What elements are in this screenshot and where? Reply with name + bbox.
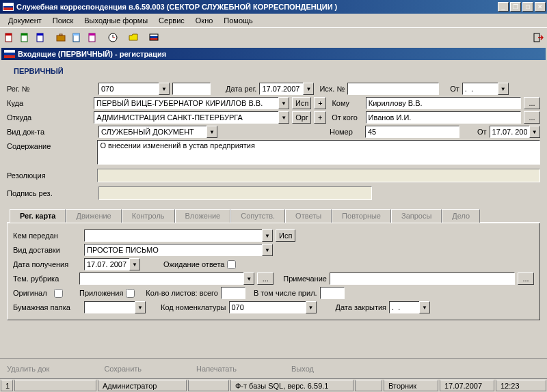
- tab-otvety[interactable]: Ответы: [285, 209, 332, 223]
- label-soderzhanie: Содержание: [7, 140, 69, 150]
- toolbar-doc2-icon[interactable]: [17, 30, 32, 45]
- chevron-down-icon[interactable]: ▼: [419, 301, 430, 313]
- data-zakrytiya-input[interactable]: [389, 301, 419, 313]
- chevron-down-icon[interactable]: ▼: [206, 126, 217, 138]
- reg-date-input[interactable]: [259, 83, 303, 95]
- ot2-date-input[interactable]: [490, 126, 529, 138]
- kolvo-input[interactable]: [221, 287, 245, 299]
- original-checkbox[interactable]: [54, 289, 63, 298]
- vtom-input[interactable]: [320, 287, 345, 299]
- maximize-button[interactable]: □: [522, 2, 533, 12]
- status-empty3: [355, 380, 382, 391]
- toolbar-flag-icon[interactable]: [146, 30, 161, 45]
- chevron-down-icon[interactable]: ▼: [529, 126, 540, 138]
- chevron-down-icon[interactable]: ▼: [306, 301, 317, 313]
- prilozheniya-checkbox[interactable]: [126, 289, 135, 298]
- komu-dots-button[interactable]: ...: [524, 97, 540, 109]
- org-button[interactable]: Орг: [292, 111, 311, 124]
- chevron-down-icon[interactable]: ▼: [159, 83, 170, 95]
- isp-button[interactable]: Исп: [292, 97, 311, 109]
- chevron-down-icon[interactable]: ▼: [135, 301, 146, 313]
- print-button[interactable]: Напечатать: [196, 365, 237, 373]
- delete-doc-button[interactable]: Удалить док: [7, 365, 49, 373]
- bum-papka-combo[interactable]: ▼: [84, 301, 146, 313]
- bum-papka-input[interactable]: [84, 301, 135, 313]
- chevron-down-icon[interactable]: ▼: [129, 258, 140, 270]
- ot-date-input[interactable]: [462, 83, 498, 95]
- ish-no-input[interactable]: [347, 83, 439, 95]
- nomer-input[interactable]: [365, 126, 459, 138]
- exit-button[interactable]: Выход: [291, 365, 314, 373]
- menu-forms[interactable]: Выходные формы: [79, 15, 153, 26]
- ot-kogo-input[interactable]: [366, 111, 521, 124]
- kod-nom-combo[interactable]: ▼: [229, 301, 317, 313]
- restore-button[interactable]: ❐: [510, 2, 521, 12]
- reg-date-combo[interactable]: ▼: [259, 83, 314, 95]
- primechanie-input[interactable]: [330, 272, 515, 285]
- toolbar-doc5-icon[interactable]: [85, 30, 100, 45]
- plus-button-2[interactable]: +: [314, 111, 326, 124]
- vid-dokta-combo[interactable]: ▼: [98, 126, 217, 138]
- reg-no-input[interactable]: [98, 83, 159, 95]
- tab-dvizhenie[interactable]: Движение: [66, 209, 121, 223]
- chevron-down-icon[interactable]: ▼: [243, 272, 254, 285]
- menu-service[interactable]: Сервис: [153, 15, 190, 26]
- tab-soputstv[interactable]: Сопутств.: [230, 209, 285, 223]
- kuda-combo[interactable]: ▼: [94, 97, 289, 109]
- tem-rubrika-dots[interactable]: ...: [257, 272, 274, 285]
- tab-kontrol[interactable]: Контроль: [122, 209, 175, 223]
- menu-document[interactable]: Документ: [3, 15, 47, 26]
- toolbar-briefcase-icon[interactable]: [53, 30, 68, 45]
- otkuda-combo[interactable]: ▼: [94, 111, 289, 124]
- toolbar-exit-icon[interactable]: [531, 30, 546, 45]
- close-button[interactable]: ✕: [535, 2, 546, 12]
- soderzhanie-textarea[interactable]: О внесении изменений в устав предприятия: [97, 140, 540, 165]
- toolbar-doc1-icon[interactable]: [1, 30, 16, 45]
- tab-povtornye[interactable]: Повторные: [332, 209, 391, 223]
- kem-peredan-input[interactable]: [84, 229, 262, 242]
- vid-dostavki-combo[interactable]: ▼: [84, 244, 273, 256]
- ozhidanie-checkbox[interactable]: [227, 260, 236, 269]
- kuda-input[interactable]: [94, 97, 278, 109]
- toolbar-doc4-icon[interactable]: [69, 30, 84, 45]
- chevron-down-icon[interactable]: ▼: [498, 83, 509, 95]
- chevron-down-icon[interactable]: ▼: [262, 244, 273, 256]
- komu-input[interactable]: [366, 97, 521, 109]
- menu-search[interactable]: Поиск: [47, 15, 79, 26]
- plus-button[interactable]: +: [314, 97, 326, 109]
- reg-no-combo[interactable]: ▼: [98, 83, 170, 95]
- toolbar-folder-icon[interactable]: [126, 30, 141, 45]
- isp-button-2[interactable]: Исп: [276, 229, 295, 242]
- chevron-down-icon[interactable]: ▼: [278, 97, 289, 109]
- menu-window[interactable]: Окно: [190, 15, 219, 26]
- chevron-down-icon[interactable]: ▼: [303, 83, 314, 95]
- vid-dokta-input[interactable]: [98, 126, 206, 138]
- save-button[interactable]: Сохранить: [104, 365, 142, 373]
- tab-zaprosy[interactable]: Запросы: [391, 209, 442, 223]
- ot-date-combo[interactable]: ▼: [462, 83, 509, 95]
- toolbar-doc3-icon[interactable]: [33, 30, 48, 45]
- tem-rubrika-combo[interactable]: ▼: [79, 272, 254, 285]
- vid-dostavki-input[interactable]: [84, 244, 262, 256]
- tab-reg-karta[interactable]: Рег. карта: [10, 209, 66, 223]
- otkuda-input[interactable]: [94, 111, 278, 124]
- kod-nom-input[interactable]: [229, 301, 306, 313]
- reg-no-suffix-input[interactable]: [172, 83, 211, 95]
- minimize-button[interactable]: _: [498, 2, 509, 12]
- tem-rubrika-input[interactable]: [79, 272, 243, 285]
- data-polucheniya-input[interactable]: [84, 258, 129, 270]
- data-polucheniya-combo[interactable]: ▼: [84, 258, 140, 270]
- chevron-down-icon[interactable]: ▼: [262, 229, 273, 242]
- label-kem-peredan: Кем передан: [13, 232, 81, 240]
- chevron-down-icon[interactable]: ▼: [278, 111, 289, 124]
- tab-vlozhenie[interactable]: Вложение: [175, 209, 231, 223]
- ot2-date-combo[interactable]: ▼: [490, 126, 540, 138]
- primechanie-dots[interactable]: ...: [518, 272, 534, 285]
- kem-peredan-combo[interactable]: ▼: [84, 229, 273, 242]
- tab-delo[interactable]: Дело: [442, 209, 480, 223]
- toolbar-clock-icon[interactable]: [105, 30, 120, 45]
- label-vid-dokta: Вид док-та: [7, 128, 70, 136]
- ot-kogo-dots-button[interactable]: ...: [524, 111, 540, 124]
- data-zakrytiya-combo[interactable]: ▼: [389, 301, 430, 313]
- menu-help[interactable]: Помощь: [218, 15, 258, 26]
